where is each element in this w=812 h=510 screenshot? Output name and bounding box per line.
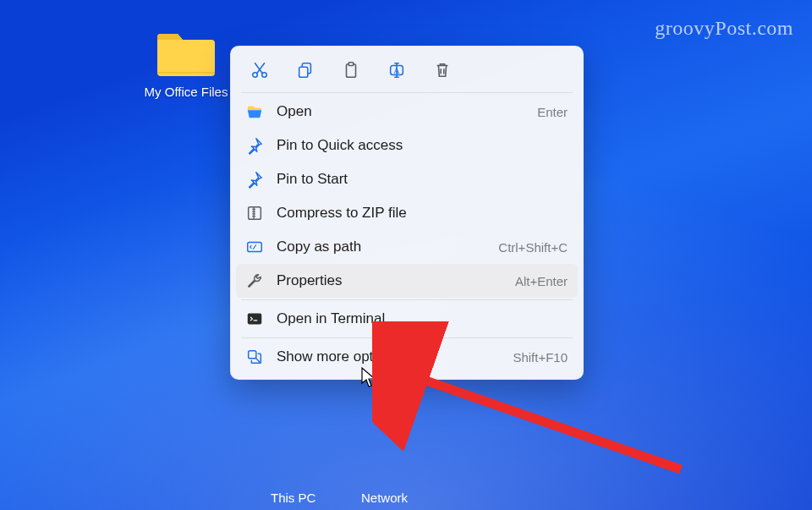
menu-item-label: Pin to Quick access [277, 137, 556, 154]
svg-line-12 [402, 372, 681, 469]
cut-button[interactable] [248, 58, 272, 82]
menu-item-pin-start[interactable]: Pin to Start [236, 162, 578, 196]
copy-icon [296, 61, 315, 80]
zip-icon [244, 203, 265, 223]
desktop-background[interactable]: groovyPost.com My Office Files [0, 0, 812, 510]
menu-item-open[interactable]: Open Enter [236, 95, 578, 129]
menu-item-label: Compress to ZIP file [277, 205, 556, 222]
desktop-label-this-pc[interactable]: This PC [271, 491, 315, 505]
menu-item-label: Open in Terminal [277, 310, 556, 327]
menu-item-label: Copy as path [277, 239, 486, 255]
svg-rect-5 [348, 63, 354, 66]
paste-button[interactable] [339, 58, 363, 82]
clipboard-icon [342, 61, 360, 80]
context-menu-toolbar: A [236, 53, 578, 90]
delete-button[interactable] [431, 58, 454, 82]
more-options-icon [244, 347, 265, 367]
rename-button[interactable]: A [385, 58, 409, 82]
svg-rect-3 [299, 67, 308, 77]
trash-icon [433, 61, 452, 80]
menu-separator [241, 299, 573, 300]
svg-rect-11 [249, 351, 256, 359]
wrench-icon [244, 271, 265, 291]
menu-item-label: Show more options [277, 348, 501, 365]
terminal-icon [244, 309, 265, 329]
folder-open-icon [244, 101, 265, 122]
menu-item-pin-quick-access[interactable]: Pin to Quick access [236, 129, 578, 162]
desktop-icon-label: My Office Files [140, 85, 233, 101]
menu-item-compress-zip[interactable]: Compress to ZIP file [236, 196, 578, 230]
cursor-icon [361, 367, 378, 389]
menu-item-copy-as-path[interactable]: Copy as path Ctrl+Shift+C [236, 230, 578, 264]
menu-separator [241, 92, 573, 93]
rename-icon: A [387, 61, 406, 80]
menu-separator [241, 337, 573, 338]
copy-path-icon [244, 237, 265, 257]
menu-item-shortcut: Enter [537, 105, 568, 119]
context-menu: A Open Enter Pin [230, 46, 584, 380]
menu-item-shortcut: Alt+Enter [515, 274, 568, 288]
desktop-folder-my-office-files[interactable]: My Office Files [140, 29, 233, 101]
svg-rect-10 [248, 314, 262, 325]
pin-icon [244, 169, 265, 189]
folder-icon [155, 29, 217, 80]
menu-item-label: Open [277, 103, 525, 120]
menu-item-show-more-options[interactable]: Show more options Shift+F10 [236, 340, 578, 374]
menu-item-shortcut: Ctrl+Shift+C [498, 240, 568, 255]
menu-item-open-terminal[interactable]: Open in Terminal [236, 302, 578, 336]
menu-item-shortcut: Shift+F10 [513, 350, 568, 365]
menu-item-properties[interactable]: Properties Alt+Enter [236, 264, 578, 298]
pin-icon [244, 135, 265, 156]
watermark-text: groovyPost.com [655, 17, 793, 40]
desktop-label-network[interactable]: Network [361, 491, 408, 505]
menu-item-label: Properties [277, 272, 503, 289]
scissors-icon [250, 61, 269, 80]
copy-button[interactable] [294, 58, 317, 82]
menu-item-label: Pin to Start [277, 171, 556, 188]
